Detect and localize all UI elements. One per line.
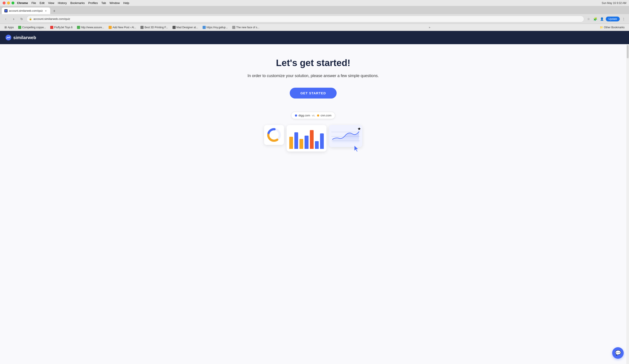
sw-logo-text: similarweb <box>13 35 36 40</box>
donut-chart-card <box>264 125 284 145</box>
bookmark-label-7: https://my.gallup... <box>207 26 228 29</box>
bookmark-2[interactable]: FluffyJet Toys 6 <box>48 25 74 29</box>
lock-icon: 🔒 <box>29 17 32 20</box>
toolbar: ‹ › ↻ 🔒 account.similarweb.com/quiz ☆ 🧩 … <box>0 14 629 24</box>
chat-icon: 💬 <box>615 350 621 356</box>
svg-rect-5 <box>331 132 360 132</box>
other-bookmarks-label: Other Bookmarks <box>604 26 625 29</box>
bookmark-4[interactable]: Add New Post ‹ Al... <box>107 25 138 29</box>
bar-3 <box>305 136 308 149</box>
other-bookmarks[interactable]: 📁 Other Bookmarks <box>598 25 626 29</box>
bookmark-label-1: Compelling copyw... <box>22 26 46 29</box>
menu-icon[interactable]: ⋮ <box>621 16 626 22</box>
bar-0 <box>289 137 293 149</box>
hero-title: Let's get started! <box>276 57 350 69</box>
bookmark-favicon-2 <box>50 26 53 29</box>
bar-6 <box>320 133 324 149</box>
bookmark-label-5: Best 3D Printing F... <box>145 26 168 29</box>
bookmark-label-3: http://www.assure... <box>81 26 104 29</box>
bookmarks-menu-item[interactable]: Bookmarks <box>70 1 85 5</box>
bar-4 <box>310 130 314 149</box>
sw-logo-icon <box>5 34 11 41</box>
bar-chart-card <box>287 125 326 152</box>
profile-icon[interactable]: 👤 <box>599 16 605 22</box>
bookmark-1[interactable]: Compelling copyw... <box>16 25 48 29</box>
maximize-traffic-light[interactable] <box>11 1 14 4</box>
title-bar: Chrome File Edit View History Bookmarks … <box>0 0 629 6</box>
traffic-lights <box>3 1 14 4</box>
active-tab[interactable]: account.similarweb.com/quiz ✕ <box>2 7 50 14</box>
system-time: Sun May 16 9:32 AM <box>602 1 626 5</box>
file-menu-item[interactable]: File <box>31 1 36 5</box>
bar-5 <box>315 141 319 149</box>
minimize-traffic-light[interactable] <box>7 1 10 4</box>
bookmark-favicon-4 <box>109 26 112 29</box>
bookmark-label-4: Add New Post ‹ Al... <box>113 26 136 29</box>
new-tab-button[interactable]: + <box>51 8 57 14</box>
bookmark-label-6: Mad Designer at... <box>176 26 198 29</box>
bookmark-favicon-7 <box>203 26 206 29</box>
sw-logo: similarweb <box>5 34 36 41</box>
bookmark-favicon-1 <box>18 26 21 29</box>
mac-window: Chrome File Edit View History Bookmarks … <box>0 0 629 364</box>
forward-button[interactable]: › <box>11 16 17 22</box>
star-badge: ★ <box>357 126 361 131</box>
view-menu-item[interactable]: View <box>48 1 54 5</box>
profiles-menu-item[interactable]: Profiles <box>88 1 98 5</box>
star-icon[interactable]: ☆ <box>586 16 591 22</box>
title-bar-right: Sun May 16 9:32 AM <box>602 1 626 5</box>
svg-point-0 <box>5 10 7 12</box>
edit-menu-item[interactable]: Edit <box>40 1 44 5</box>
scroll-thumb[interactable] <box>627 45 629 58</box>
bookmark-favicon-6 <box>172 26 176 29</box>
bookmark-8[interactable]: The new face of s... <box>230 25 261 29</box>
chip-digg: digg.com <box>295 114 310 117</box>
bookmark-6[interactable]: Mad Designer at... <box>171 25 200 29</box>
chip-dot-blue <box>295 114 297 117</box>
address-text: account.similarweb.com/quiz <box>33 17 70 20</box>
bookmark-3[interactable]: http://www.assure... <box>75 25 106 29</box>
window-menu-item[interactable]: Window <box>110 1 120 5</box>
browser-chrome: account.similarweb.com/quiz ✕ + ‹ › ↻ 🔒 … <box>0 6 629 31</box>
address-bar[interactable]: 🔒 account.similarweb.com/quiz <box>26 16 584 22</box>
bookmark-favicon-8 <box>232 26 235 29</box>
bookmark-label-8: The new face of s... <box>236 26 259 29</box>
toolbar-right: ☆ 🧩 👤 Update ⋮ <box>586 16 626 22</box>
history-menu-item[interactable]: History <box>58 1 67 5</box>
bookmark-favicon-5 <box>141 26 144 29</box>
chip-cnn: cnn.com <box>317 114 331 117</box>
back-button[interactable]: ‹ <box>3 16 9 22</box>
bar-2 <box>300 139 303 149</box>
donut-chart <box>266 127 282 143</box>
bookmark-apps-label: Apps <box>8 26 14 29</box>
bookmark-7[interactable]: https://my.gallup... <box>201 25 230 29</box>
line-chart-card: ★ <box>329 125 362 147</box>
cursor-icon <box>353 145 360 154</box>
vs-text: vs. <box>312 114 315 117</box>
extensions-icon[interactable]: 🧩 <box>593 16 598 22</box>
bookmark-apps[interactable]: ⊞ Apps <box>3 25 15 29</box>
bookmarks-bar: ⊞ Apps Compelling copyw... FluffyJet Toy… <box>0 24 629 31</box>
chrome-menu-item[interactable]: Chrome <box>17 1 28 5</box>
tab-menu-item[interactable]: Tab <box>101 1 106 5</box>
chat-bubble-button[interactable]: 💬 <box>612 347 624 359</box>
get-started-button[interactable]: GET STARTED <box>290 88 337 98</box>
help-menu-item[interactable]: Help <box>123 1 129 5</box>
sw-header: similarweb <box>0 31 629 44</box>
sw-content: Let's get started! In order to customize… <box>0 44 629 364</box>
bookmark-5[interactable]: Best 3D Printing F... <box>139 25 170 29</box>
chip-cnn-label: cnn.com <box>320 114 331 117</box>
tab-close-button[interactable]: ✕ <box>44 9 48 12</box>
more-bookmarks[interactable]: » <box>428 25 432 29</box>
scroll-track[interactable] <box>626 44 629 364</box>
tab-title: account.similarweb.com/quiz <box>9 9 43 12</box>
menu-bar: Chrome File Edit View History Bookmarks … <box>17 1 129 5</box>
close-traffic-light[interactable] <box>3 1 5 4</box>
dash-cards: ★ <box>264 125 362 152</box>
chip-dot-orange <box>317 114 319 117</box>
line-chart-svg <box>331 127 360 144</box>
tab-bar: account.similarweb.com/quiz ✕ + <box>0 6 629 14</box>
refresh-button[interactable]: ↻ <box>18 16 25 22</box>
chip-digg-label: digg.com <box>298 114 310 117</box>
update-button[interactable]: Update <box>606 16 620 21</box>
